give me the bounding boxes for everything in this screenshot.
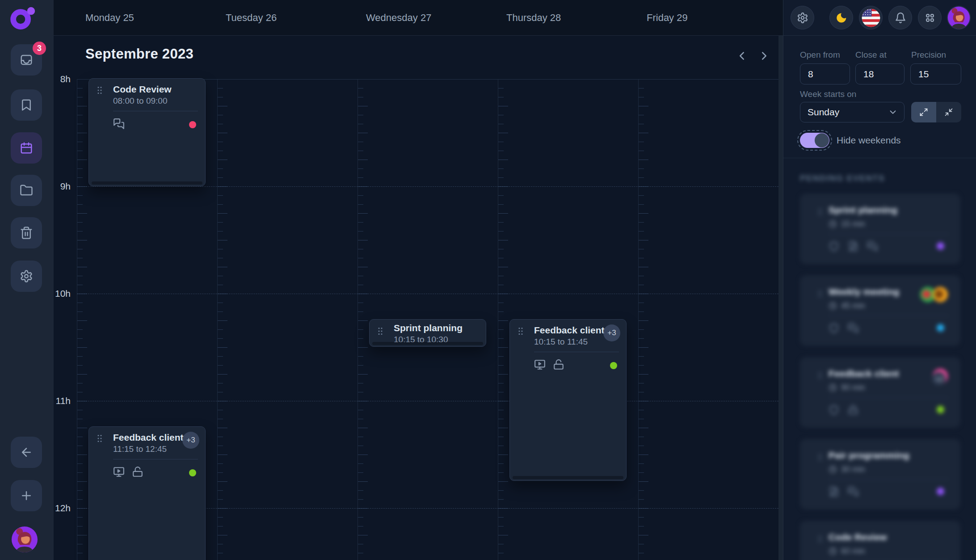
hour-label: 10h	[54, 288, 71, 299]
event-divider	[113, 111, 198, 111]
open-from-label: Open from	[800, 50, 840, 60]
attendees-badge: +3	[603, 324, 620, 341]
drag-handle-icon[interactable]	[375, 326, 386, 337]
card-divider	[829, 234, 949, 234]
user-avatar[interactable]	[11, 526, 38, 553]
chat-icon	[848, 486, 858, 497]
app-sidebar: 3	[0, 0, 54, 560]
sidebar-item-add[interactable]	[11, 480, 42, 511]
grip-icon	[815, 452, 825, 462]
sidebar-item-settings[interactable]	[11, 261, 42, 292]
week-starts-select[interactable]: Sunday	[800, 102, 904, 122]
resize-handle[interactable]	[372, 342, 483, 345]
event-title: Feedback client	[113, 432, 180, 443]
file-pen-icon	[829, 486, 839, 497]
bell-icon	[895, 12, 906, 24]
drag-handle-icon[interactable]	[815, 289, 825, 299]
pending-event-title: Sprint planning	[829, 205, 897, 215]
calendar-event[interactable]: Code Review 08:00 to 09:00	[88, 78, 206, 186]
grip-icon	[375, 326, 386, 337]
day-column[interactable]	[638, 79, 779, 560]
vertical-scrollbar[interactable]	[778, 36, 783, 560]
topbar-apps-button[interactable]	[918, 6, 942, 29]
topbar-language-button[interactable]	[859, 6, 883, 29]
shield-icon	[829, 404, 839, 415]
event-title: Feedback client	[534, 324, 601, 336]
day-column[interactable]	[217, 79, 358, 560]
grip-icon	[94, 85, 105, 96]
pending-event-card[interactable]: Sprint planning 15 min	[800, 194, 960, 264]
next-week-button[interactable]	[756, 48, 772, 64]
chat-icon	[867, 241, 878, 252]
pending-event-card[interactable]: Weekly meeting 45 min	[800, 275, 960, 346]
gear-icon	[797, 12, 808, 24]
resize-handle[interactable]	[92, 181, 202, 185]
resize-handle[interactable]	[513, 476, 623, 479]
sidebar-item-trash[interactable]	[11, 217, 42, 248]
drag-handle-icon[interactable]	[815, 207, 825, 217]
topbar-notifications-button[interactable]	[888, 6, 912, 29]
settings-panel: Open from Close at Precision Week starts…	[783, 0, 976, 560]
pending-event-duration: 30 min	[829, 465, 865, 474]
chevron-left-icon	[735, 49, 749, 63]
grip-icon	[815, 289, 825, 299]
open-from-input[interactable]	[800, 63, 850, 84]
week-starts-label: Week starts on	[800, 89, 856, 99]
bookmark-icon	[20, 98, 33, 112]
calendar-event[interactable]: Feedback client 10:15 to 11:45+3	[509, 319, 627, 481]
drag-handle-icon[interactable]	[94, 85, 105, 96]
pending-event-title: Feedback client	[829, 368, 899, 379]
expand-view-button[interactable]	[911, 102, 936, 122]
pending-events-section: PENDING EVENTS Sprint planning 15 min We…	[783, 165, 976, 560]
pending-event-card[interactable]: Feedback client 90 min +2	[800, 357, 960, 428]
drag-handle-icon[interactable]	[815, 371, 825, 380]
hour-line	[77, 294, 778, 294]
inbox-icon	[20, 53, 33, 67]
status-dot	[937, 406, 944, 413]
chevron-down-icon	[888, 107, 898, 117]
sidebar-item-inbox[interactable]: 3	[11, 44, 42, 76]
drag-handle-icon[interactable]	[94, 433, 105, 444]
moon-icon	[835, 12, 848, 24]
event-title: Sprint planning	[394, 322, 461, 334]
topbar-dark-mode-button[interactable]	[829, 6, 853, 29]
pending-event-card[interactable]: Code Review 60 min	[800, 521, 960, 560]
event-divider	[113, 459, 198, 459]
unlock-icon	[132, 466, 143, 478]
top-toolbar	[783, 0, 976, 36]
day-column-header: Friday 29	[647, 0, 688, 35]
sidebar-item-bookmarks[interactable]	[11, 89, 42, 121]
pending-event-title: Pair programming	[829, 450, 909, 461]
gear-icon	[20, 269, 33, 283]
sidebar-item-calendar[interactable]	[11, 132, 42, 164]
hide-weekends-toggle[interactable]	[800, 133, 829, 148]
event-divider	[534, 352, 619, 352]
sidebar-item-projects[interactable]	[11, 175, 42, 206]
collapse-view-button[interactable]	[936, 102, 961, 122]
event-feature-icons	[113, 118, 125, 130]
close-at-input[interactable]	[855, 63, 904, 84]
status-dot	[937, 242, 944, 250]
trash-icon	[20, 226, 33, 240]
grip-icon	[815, 534, 825, 544]
calendar-event[interactable]: Sprint planning 10:15 to 10:30	[369, 319, 486, 347]
status-dot	[937, 324, 944, 332]
prev-week-button[interactable]	[734, 48, 750, 64]
maximize-icon	[919, 108, 928, 117]
plus-icon	[20, 489, 33, 502]
sidebar-item-back[interactable]	[11, 437, 42, 468]
close-at-label: Close at	[855, 50, 887, 60]
drag-handle-icon[interactable]	[515, 326, 526, 337]
shield-icon	[829, 323, 839, 333]
pending-event-title: Code Review	[829, 532, 887, 543]
drag-handle-icon[interactable]	[815, 534, 825, 544]
minimize-icon	[944, 108, 953, 117]
precision-input[interactable]	[910, 63, 961, 84]
shield-icon	[829, 241, 839, 252]
topbar-settings-button[interactable]	[791, 6, 814, 29]
topbar-profile-button[interactable]	[947, 6, 971, 29]
attendees-badge: +3	[182, 432, 199, 449]
calendar-event[interactable]: Feedback client 11:15 to 12:45+3	[88, 426, 206, 560]
drag-handle-icon[interactable]	[815, 452, 825, 462]
pending-event-card[interactable]: Pair programming 30 min	[800, 439, 960, 509]
